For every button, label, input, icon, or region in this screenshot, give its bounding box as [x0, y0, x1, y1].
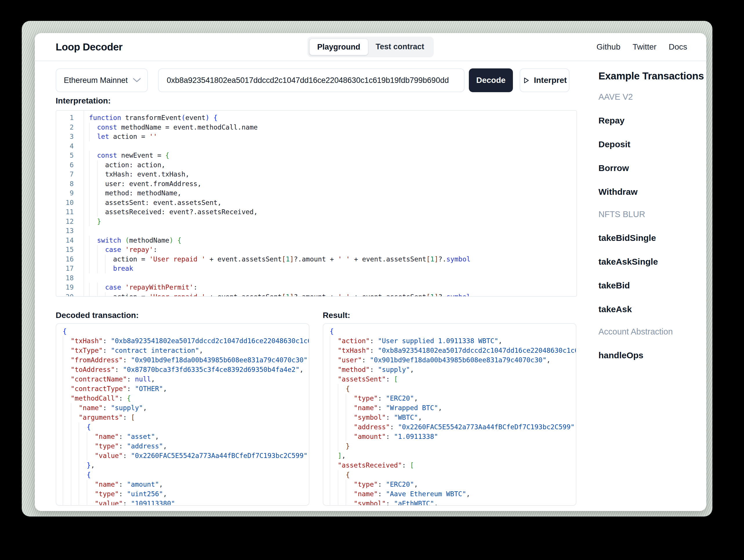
tx-hash-input[interactable] [158, 68, 464, 92]
interpretation-label: Interpretation: [56, 96, 111, 106]
network-select[interactable]: Ethereum Mainnet [56, 68, 148, 92]
mode-toggle: Playground Test contract [307, 37, 434, 57]
header: Loop Decoder Playground Test contract Gi… [35, 33, 706, 61]
link-docs[interactable]: Docs [669, 42, 687, 51]
window-frame: Loop Decoder Playground Test contract Gi… [22, 21, 712, 517]
sidebar-item-takeasksingle[interactable]: takeAskSingle [598, 257, 706, 267]
line-numbers: 1234567891011121314151617181920 [56, 113, 79, 297]
gutter-divider [83, 111, 84, 296]
sidebar-item-takeask[interactable]: takeAsk [598, 304, 706, 314]
code-editor[interactable]: 1234567891011121314151617181920 function… [56, 110, 577, 297]
sidebar-title: Example Transactions [598, 70, 706, 82]
sidebar-item-handleops[interactable]: handleOps [598, 350, 706, 360]
result-json: { "action": "User supplied 1.0911338 WBT… [323, 324, 576, 506]
decoded-transaction-label: Decoded transaction: [56, 311, 139, 320]
tab-playground[interactable]: Playground [309, 39, 368, 55]
network-select-value: Ethereum Mainnet [64, 76, 128, 85]
app-title: Loop Decoder [56, 41, 123, 53]
result-label: Result: [323, 311, 350, 320]
interpret-button[interactable]: Interpret [520, 68, 569, 92]
result-panel[interactable]: { "action": "User supplied 1.0911338 WBT… [323, 323, 576, 506]
nav-links: Github Twitter Docs [596, 42, 687, 51]
link-twitter[interactable]: Twitter [633, 42, 657, 51]
code-content: function transformEvent(event) { const m… [79, 113, 471, 297]
sidebar-item-deposit[interactable]: Deposit [598, 140, 706, 149]
sidebar-item-borrow[interactable]: Borrow [598, 163, 706, 173]
sidebar-item-repay[interactable]: Repay [598, 116, 706, 125]
sidebar-section-label: NFTS BLUR [598, 210, 706, 219]
link-github[interactable]: Github [596, 42, 621, 51]
interpret-button-label: Interpret [534, 76, 567, 85]
decoded-transaction-json: { "txHash": "0xb8a923541802ea5017ddccd2c… [56, 324, 309, 506]
sidebar-section-label: Account Abstraction [598, 327, 706, 337]
sidebar-section-label: AAVE V2 [598, 92, 706, 102]
sidebar-item-takebid[interactable]: takeBid [598, 281, 706, 291]
app-card: Loop Decoder Playground Test contract Gi… [35, 33, 706, 511]
example-transactions-sidebar: Example Transactions AAVE V2RepayDeposit… [598, 70, 706, 360]
play-icon [522, 77, 530, 84]
tab-test-contract[interactable]: Test contract [368, 39, 432, 55]
sidebar-item-takebidsingle[interactable]: takeBidSingle [598, 233, 706, 243]
decoded-transaction-panel[interactable]: { "txHash": "0xb8a923541802ea5017ddccd2c… [56, 323, 309, 506]
decode-button[interactable]: Decode [469, 68, 513, 92]
chevron-down-icon [133, 76, 141, 85]
sidebar-item-withdraw[interactable]: Withdraw [598, 187, 706, 197]
sidebar-list: AAVE V2RepayDepositBorrowWithdrawNFTS BL… [598, 92, 706, 360]
